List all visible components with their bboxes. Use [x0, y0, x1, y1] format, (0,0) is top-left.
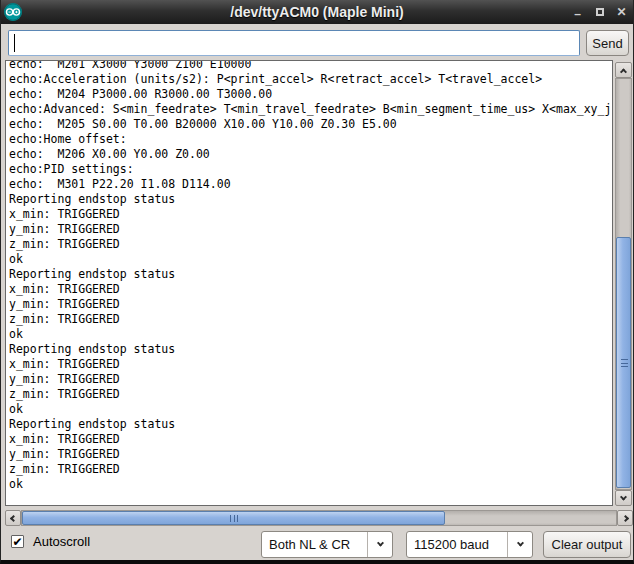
send-button[interactable]: Send	[586, 30, 629, 56]
scrollbar-grip-icon	[621, 359, 628, 367]
baud-rate-value: 115200 baud	[407, 537, 507, 552]
chevron-right-icon	[621, 514, 628, 521]
line-ending-select[interactable]: Both NL & CR	[261, 531, 393, 558]
baud-rate-select[interactable]: 115200 baud	[406, 531, 533, 558]
terminal-line: Reporting endstop status	[9, 267, 612, 282]
terminal-line: y_min: TRIGGERED	[9, 222, 612, 237]
terminal-line: echo:Advanced: S<min_feedrate> T<min_tra…	[9, 102, 612, 117]
serial-output-area[interactable]: echo: M201 X3000 Y3000 Z100 E10000echo:A…	[5, 60, 613, 506]
terminal-line: echo:PID settings:	[9, 162, 612, 177]
terminal-line: x_min: TRIGGERED	[9, 282, 612, 297]
dropdown-arrow-button[interactable]	[507, 532, 532, 557]
terminal-line: ok	[9, 327, 612, 342]
terminal-line: Reporting endstop status	[9, 417, 612, 432]
terminal-line: ok	[9, 252, 612, 267]
terminal-line: echo: M206 X0.00 Y0.00 Z0.00	[9, 147, 612, 162]
terminal-line: echo: M301 P22.20 I1.08 D114.00	[9, 177, 612, 192]
autoscroll-label: Autoscroll	[33, 534, 90, 549]
scrollbar-grip-icon	[230, 515, 238, 522]
terminal-line: echo:Acceleration (units/s2): P<print_ac…	[9, 72, 612, 87]
terminal-line: z_min: TRIGGERED	[9, 387, 612, 402]
close-icon[interactable]: ✕	[615, 6, 628, 19]
line-ending-value: Both NL & CR	[262, 537, 367, 552]
scroll-right-button[interactable]	[617, 510, 633, 526]
chevron-down-icon	[516, 540, 523, 547]
terminal-line: echo: M204 P3000.00 R3000.00 T3000.00	[9, 87, 612, 102]
terminal-line: ok	[9, 402, 612, 417]
scroll-down-button[interactable]	[615, 490, 632, 506]
terminal-line: echo: M201 X3000 Y3000 Z100 E10000	[9, 60, 612, 72]
terminal-line: ok	[9, 477, 612, 492]
serial-monitor-window: /dev/ttyACM0 (Maple Mini) – ✕ Send echo:…	[0, 0, 634, 564]
terminal-line: x_min: TRIGGERED	[9, 207, 612, 222]
horizontal-scrollbar[interactable]	[5, 510, 633, 526]
horizontal-scrollbar-track[interactable]	[21, 510, 617, 526]
maximize-icon[interactable]	[593, 6, 606, 19]
scroll-left-button[interactable]	[5, 510, 21, 526]
terminal-line: echo: M205 S0.00 T0.00 B20000 X10.00 Y10…	[9, 117, 612, 132]
terminal-line: z_min: TRIGGERED	[9, 237, 612, 252]
vertical-scrollbar[interactable]	[615, 62, 632, 506]
terminal-line: Reporting endstop status	[9, 342, 612, 357]
bottom-bar: ✔ Autoscroll Both NL & CR 115200 baud Cl…	[1, 529, 633, 560]
terminal-line: x_min: TRIGGERED	[9, 432, 612, 447]
terminal-line: y_min: TRIGGERED	[9, 372, 612, 387]
vertical-scrollbar-thumb[interactable]	[616, 237, 631, 488]
minimize-icon[interactable]: –	[571, 6, 584, 19]
vertical-scrollbar-track[interactable]	[615, 78, 632, 490]
terminal-line: y_min: TRIGGERED	[9, 447, 612, 462]
serial-send-input[interactable]	[8, 30, 580, 56]
dropdown-arrow-button[interactable]	[367, 532, 392, 557]
terminal-line: x_min: TRIGGERED	[9, 357, 612, 372]
text-caret	[14, 34, 15, 52]
window-controls: – ✕	[571, 0, 628, 24]
terminal-line: echo:Home offset:	[9, 132, 612, 147]
terminal-line: y_min: TRIGGERED	[9, 297, 612, 312]
chevron-down-icon	[620, 493, 627, 500]
autoscroll-control[interactable]: ✔ Autoscroll	[11, 534, 90, 549]
terminal-text: echo: M201 X3000 Y3000 Z100 E10000echo:A…	[6, 60, 612, 492]
titlebar[interactable]: /dev/ttyACM0 (Maple Mini) – ✕	[0, 0, 634, 24]
clear-output-button[interactable]: Clear output	[543, 531, 631, 558]
window-title: /dev/ttyACM0 (Maple Mini)	[0, 0, 634, 24]
chevron-left-icon	[9, 514, 16, 521]
terminal-line: z_min: TRIGGERED	[9, 462, 612, 477]
horizontal-scrollbar-thumb[interactable]	[22, 511, 445, 525]
terminal-line: z_min: TRIGGERED	[9, 312, 612, 327]
chevron-up-icon	[620, 68, 627, 75]
chevron-down-icon	[376, 540, 383, 547]
terminal-line: Reporting endstop status	[9, 192, 612, 207]
checkbox-checked-icon[interactable]: ✔	[11, 535, 24, 548]
scroll-up-button[interactable]	[615, 62, 632, 78]
